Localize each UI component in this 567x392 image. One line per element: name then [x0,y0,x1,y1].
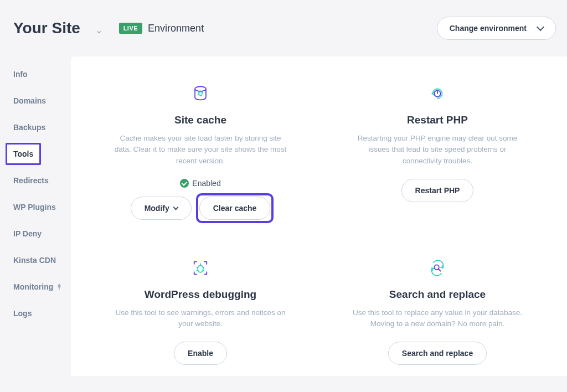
card-title: Search and replace [389,288,486,301]
sidebar-item-wp-plugins[interactable]: WP Plugins [0,196,71,218]
change-environment-label: Change environment [450,24,527,33]
site-title-text: Your Site [13,19,80,37]
pin-icon [56,283,62,290]
enable-debug-button[interactable]: Enable [174,342,227,365]
search-replace-button[interactable]: Search and replace [388,342,487,365]
tool-card-restart-php: Restart PHP Restarting your PHP engine m… [330,84,545,220]
change-environment-button[interactable]: Change environment [437,17,556,40]
sidebar: Info Domains Backups Tools Redirects WP … [0,56,71,376]
svg-line-10 [439,269,441,271]
card-title: Site cache [174,114,226,126]
card-description: Cache makes your site load faster by sto… [112,133,289,167]
button-label: Search and replace [402,349,473,358]
tool-card-search-replace: Search and replace Use this tool to repl… [330,259,545,365]
sidebar-item-label: Monitoring [13,282,53,291]
site-title[interactable]: Your Site ⌄ [13,19,102,37]
status-label: Enabled [192,179,220,188]
page-header: Your Site ⌄ LIVE Environment Change envi… [0,0,567,56]
highlight-box: Clear cache [199,197,271,220]
sidebar-item-label: Backups [13,123,45,132]
sidebar-item-backups[interactable]: Backups [0,116,71,138]
sidebar-item-redirects[interactable]: Redirects [0,169,71,192]
sidebar-item-label: Tools [13,149,33,158]
button-label: Enable [188,349,213,358]
clear-cache-button[interactable]: Clear cache [199,197,271,220]
card-description: Restarting your PHP engine may clear out… [349,133,526,167]
chevron-down-icon [173,204,178,210]
card-title: Restart PHP [407,114,468,126]
sidebar-item-kinsta-cdn[interactable]: Kinsta CDN [0,249,71,271]
search-replace-icon [428,259,447,277]
svg-point-0 [195,86,206,91]
chevron-down-icon: ⌄ [96,26,102,35]
card-description: Use this tool to see warnings, errors an… [112,307,289,330]
cache-status: Enabled [180,179,220,188]
sidebar-item-label: Redirects [13,176,49,185]
sidebar-item-logs[interactable]: Logs [0,302,71,324]
sidebar-item-label: WP Plugins [13,203,56,212]
tool-card-wp-debug: WordPress debugging Use this tool to see… [93,259,308,365]
restart-php-button[interactable]: Restart PHP [401,179,474,202]
button-label: Restart PHP [415,186,460,195]
card-title: WordPress debugging [145,288,256,301]
sidebar-item-label: IP Deny [13,229,42,238]
sidebar-item-label: Logs [13,309,32,318]
live-badge: LIVE [119,23,142,34]
sidebar-item-domains[interactable]: Domains [0,90,71,112]
sidebar-item-tools[interactable]: Tools [6,143,41,165]
button-label: Clear cache [213,204,257,213]
chevron-down-icon [537,23,544,31]
environment-label: Environment [148,23,204,34]
sidebar-item-info[interactable]: Info [0,63,71,85]
sidebar-item-label: Info [13,70,28,79]
button-label: Modify [145,204,169,213]
debug-icon [191,259,210,277]
svg-point-3 [198,265,203,272]
sidebar-item-ip-deny[interactable]: IP Deny [0,223,71,245]
sidebar-item-label: Kinsta CDN [13,256,56,265]
check-icon [180,179,189,188]
tool-card-site-cache: Site cache Cache makes your site load fa… [93,84,308,220]
restart-icon [428,84,447,103]
main-content: Site cache Cache makes your site load fa… [71,56,567,376]
card-description: Use this tool to replace any value in yo… [349,307,526,330]
cache-icon [191,84,210,103]
sidebar-item-monitoring[interactable]: Monitoring [0,276,71,298]
modify-cache-button[interactable]: Modify [131,197,192,220]
sidebar-item-label: Domains [13,96,46,105]
